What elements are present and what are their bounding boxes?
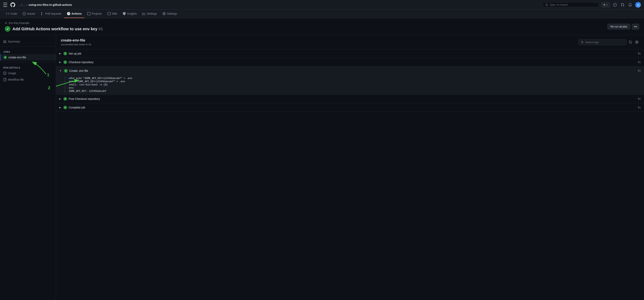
workflow-header-actions: Re-run all jobs ••• bbox=[608, 24, 639, 30]
step-create-env-file: ▼ Create .env file 0s 1 ▶Run echo "SOME_… bbox=[56, 67, 644, 95]
nav-issues[interactable]: Issues bbox=[20, 10, 38, 18]
sidebar-divider-2 bbox=[0, 62, 56, 62]
search-logs-input[interactable] bbox=[585, 41, 624, 44]
sidebar-item-summary[interactable]: Summary bbox=[0, 38, 56, 45]
pr-nav-icon[interactable] bbox=[620, 2, 625, 8]
run-status-icon bbox=[5, 26, 10, 32]
run-details-label: Run details bbox=[0, 64, 56, 70]
search-icon bbox=[545, 4, 548, 6]
step-post-checkout: ▶ Post Checkout repository 0s bbox=[56, 95, 644, 103]
home-icon bbox=[3, 40, 6, 43]
step-set-up-job: ▶ Set up job 0s bbox=[56, 49, 644, 58]
job-header: create-env-file succeeded last week in 4… bbox=[56, 35, 644, 49]
content-area: create-env-file succeeded last week in 4… bbox=[56, 35, 644, 300]
settings-button[interactable] bbox=[634, 40, 639, 45]
job-title: create-env-file bbox=[61, 38, 91, 43]
avatar[interactable]: U bbox=[635, 2, 641, 8]
nav-pull-requests[interactable]: Pull requests bbox=[38, 10, 64, 18]
step-success-icon bbox=[64, 52, 67, 55]
step-complete-job-header[interactable]: ▶ Complete job 0s bbox=[56, 103, 644, 112]
owner-link[interactable]: ..../.... bbox=[18, 3, 26, 7]
step-complete-job: ▶ Complete job 0s bbox=[56, 103, 644, 112]
chevron-right-icon: ▶ bbox=[59, 61, 61, 64]
log-content: 1 ▶Run echo "SOME_API_KEY=123456abcdef" … bbox=[56, 75, 644, 94]
clock-icon bbox=[3, 72, 6, 75]
nav-code[interactable]: Code bbox=[3, 10, 20, 18]
log-line: 1 ▶Run echo "SOME_API_KEY=123456abcdef" … bbox=[56, 77, 644, 80]
issues-nav-icon[interactable] bbox=[612, 2, 618, 8]
log-line: 5 SOME_API_KEY: 123456abcdef bbox=[56, 90, 644, 93]
log-line: 4 env: bbox=[56, 86, 644, 90]
nav-wiki[interactable]: Wiki bbox=[105, 10, 120, 18]
chevron-right-icon: ▶ bbox=[59, 106, 61, 109]
repo-name: using-env-files-in-github-actions bbox=[28, 3, 72, 7]
step-checkout-header[interactable]: ▶ Checkout repository 0s bbox=[56, 58, 644, 66]
step-success-icon bbox=[64, 97, 67, 101]
notifications-icon[interactable] bbox=[628, 2, 633, 8]
nav-security[interactable]: Insights bbox=[120, 10, 140, 18]
more-options-button[interactable]: ••• bbox=[632, 24, 639, 30]
breadcrumb: ..../.... / using-env-files-in-github-ac… bbox=[18, 3, 72, 7]
job-success-icon bbox=[4, 56, 7, 59]
breadcrumb-separator: / bbox=[26, 3, 28, 7]
chevron-right-icon: ▶ bbox=[59, 52, 61, 55]
sidebar-item-create-env-file[interactable]: create-env-file bbox=[0, 54, 56, 61]
step-success-icon bbox=[64, 60, 67, 64]
step-checkout-repository: ▶ Checkout repository 0s bbox=[56, 58, 644, 67]
workflow-header: Env Key Example Add GitHub Actions workf… bbox=[0, 18, 644, 35]
step-success-icon bbox=[64, 106, 67, 109]
repo-nav: Code Issues Pull requests Actions Projec… bbox=[0, 10, 644, 18]
workflow-title-row: Add GitHub Actions workflow to use env k… bbox=[5, 26, 103, 32]
rerun-all-jobs-button[interactable]: Re-run all jobs bbox=[608, 24, 630, 30]
job-header-actions bbox=[578, 39, 639, 45]
nav-projects[interactable]: Projects bbox=[84, 10, 105, 18]
step-create-env-header[interactable]: ▼ Create .env file 0s bbox=[56, 67, 644, 75]
top-nav: ..../.... / using-env-files-in-github-ac… bbox=[0, 0, 644, 10]
workflow-title: Add GitHub Actions workflow to use env k… bbox=[12, 27, 103, 31]
hamburger-menu[interactable] bbox=[3, 3, 7, 7]
sidebar-item-workflow-file[interactable]: Workflow file bbox=[0, 76, 56, 83]
step-post-checkout-header[interactable]: ▶ Post Checkout repository 0s bbox=[56, 95, 644, 103]
log-line: 2 echo "SOME_API_KEY=123456abcdef" > .en… bbox=[56, 80, 644, 83]
github-logo[interactable] bbox=[10, 2, 16, 8]
nav-insights[interactable]: Settings bbox=[140, 10, 160, 18]
back-link[interactable]: Env Key Example bbox=[5, 22, 103, 25]
step-set-up-job-header[interactable]: ▶ Set up job 0s bbox=[56, 49, 644, 58]
nav-actions: U bbox=[601, 2, 641, 8]
sidebar-divider-1 bbox=[0, 46, 56, 47]
global-search-input[interactable] bbox=[550, 3, 596, 6]
search-logs-field[interactable] bbox=[578, 39, 626, 45]
chevron-right-icon: ▶ bbox=[59, 97, 61, 100]
job-subtitle: succeeded last week in 4s bbox=[61, 43, 91, 46]
file-icon bbox=[3, 78, 6, 81]
nav-actions[interactable]: Actions bbox=[64, 10, 84, 18]
search-logs-icon bbox=[581, 41, 584, 44]
sidebar: Summary Jobs create-env-file Run details… bbox=[0, 35, 56, 300]
create-button[interactable] bbox=[601, 2, 610, 8]
step-success-icon bbox=[64, 69, 68, 73]
nav-settings[interactable]: Settings bbox=[160, 10, 180, 18]
jobs-section-label: Jobs bbox=[0, 48, 56, 54]
log-line: 3 shell: /usr/bin/bash -e {0} bbox=[56, 83, 644, 86]
refresh-button[interactable] bbox=[628, 40, 633, 45]
sidebar-item-usage[interactable]: Usage bbox=[0, 70, 56, 76]
global-search[interactable] bbox=[543, 2, 599, 7]
steps-list: ▶ Set up job 0s ▶ Checkout repository 0s bbox=[56, 49, 644, 112]
main-layout: Summary Jobs create-env-file Run details… bbox=[0, 35, 644, 300]
chevron-down-icon: ▼ bbox=[59, 69, 62, 72]
